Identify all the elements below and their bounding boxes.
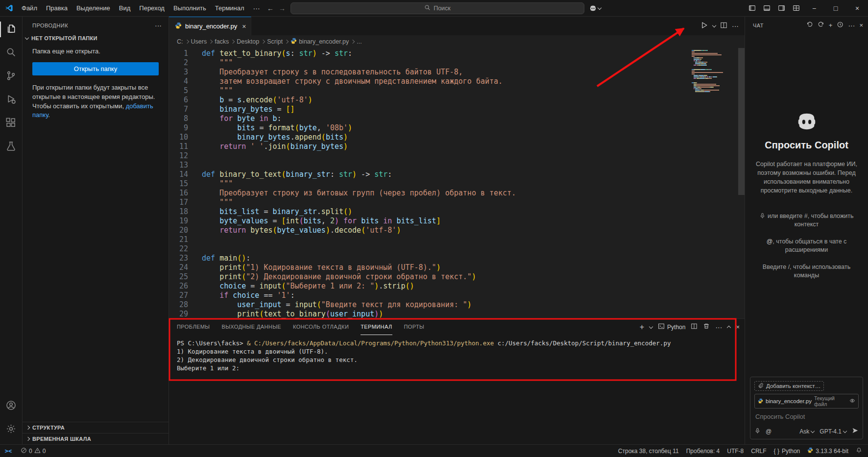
split-terminal-button[interactable] bbox=[691, 323, 698, 331]
toggle-panel-icon[interactable] bbox=[759, 2, 774, 15]
open-folder-button[interactable]: Открыть папку bbox=[32, 62, 159, 75]
terminal-profile-chevron-icon[interactable] bbox=[649, 324, 653, 328]
forward-button[interactable]: → bbox=[279, 4, 286, 12]
breadcrumb-item[interactable]: ... bbox=[357, 38, 362, 45]
menu-item[interactable]: Файл bbox=[17, 2, 42, 14]
outline-section-header[interactable]: СТРУКТУРА bbox=[23, 422, 169, 433]
close-chat-button[interactable]: × bbox=[859, 22, 863, 29]
toggle-primary-sidebar-icon[interactable] bbox=[745, 2, 759, 15]
menu-item[interactable]: Вид bbox=[115, 2, 135, 14]
panel-tab-terminal[interactable]: ТЕРМИНАЛ bbox=[361, 319, 392, 335]
code-line: 23def main(): bbox=[169, 254, 745, 263]
extensions-icon bbox=[6, 118, 16, 129]
activity-testing-button[interactable] bbox=[0, 135, 23, 159]
panel-tab-debug-console[interactable]: КОНСОЛЬ ОТЛАДКИ bbox=[293, 319, 349, 335]
maximize-button[interactable]: □ bbox=[825, 0, 846, 17]
back-button[interactable]: ← bbox=[267, 4, 274, 12]
settings-button[interactable] bbox=[0, 418, 23, 441]
cursor-position[interactable]: Строка 38, столбец 11 bbox=[618, 448, 679, 455]
remote-indicator[interactable]: >< bbox=[0, 445, 17, 457]
activity-search-button[interactable] bbox=[0, 41, 23, 65]
copilot-menu-button[interactable] bbox=[589, 4, 601, 12]
no-folder-section-header[interactable]: НЕТ ОТКРЫТОЙ ПАПКИ bbox=[23, 34, 169, 43]
activity-run-debug-button[interactable] bbox=[0, 88, 23, 112]
context-file-chip[interactable]: binary_encoder.py Текущий файл bbox=[754, 394, 859, 409]
language-status[interactable]: { }Python bbox=[774, 448, 800, 455]
panel-tab-ports[interactable]: ПОРТЫ bbox=[404, 319, 425, 335]
terminal-output[interactable]: PS C:\Users\facks> & C:/Users/facks/AppD… bbox=[169, 335, 745, 372]
close-panel-button[interactable]: × bbox=[736, 323, 740, 331]
eol-status[interactable]: CRLF bbox=[751, 448, 766, 455]
menu-item[interactable]: Выполнить bbox=[169, 2, 211, 14]
customize-layout-icon[interactable] bbox=[789, 2, 803, 15]
split-editor-button[interactable] bbox=[720, 22, 727, 30]
timeline-label: ВРЕМЕННАЯ ШКАЛА bbox=[32, 436, 91, 442]
editor[interactable]: 1def text_to_binary(s: str) -> str:2 """… bbox=[169, 48, 745, 318]
menu-more-button[interactable]: ··· bbox=[249, 2, 265, 14]
breadcrumb-item[interactable]: Script bbox=[267, 38, 283, 45]
close-window-button[interactable]: × bbox=[846, 0, 868, 17]
breadcrumb-item[interactable]: binary_encoder.py bbox=[290, 38, 349, 46]
breadcrumb-item[interactable]: facks bbox=[215, 38, 229, 45]
mic-icon[interactable] bbox=[754, 428, 761, 435]
encoding-status[interactable]: UTF-8 bbox=[727, 448, 744, 455]
breadcrumb-item[interactable]: Users bbox=[191, 38, 207, 45]
breadcrumb-item[interactable]: Desktop bbox=[237, 38, 259, 45]
minimize-button[interactable]: − bbox=[803, 0, 825, 17]
activity-extensions-button[interactable] bbox=[0, 112, 23, 135]
search-box[interactable]: Поиск bbox=[290, 2, 584, 14]
search-icon bbox=[6, 47, 16, 59]
menu-item[interactable]: Выделение bbox=[72, 2, 115, 14]
run-dropdown-chevron-icon[interactable] bbox=[712, 24, 716, 27]
maximize-panel-icon[interactable] bbox=[727, 326, 731, 330]
redo-icon[interactable] bbox=[818, 21, 824, 29]
new-terminal-button[interactable]: + bbox=[640, 323, 644, 331]
chat-input[interactable]: Спросить Copilot bbox=[754, 411, 859, 424]
mention-button[interactable]: @ bbox=[766, 428, 772, 435]
send-button[interactable] bbox=[852, 427, 859, 435]
add-context-button[interactable]: Добавить контекст… bbox=[754, 381, 824, 391]
problems-status[interactable]: 0 0 bbox=[17, 447, 49, 455]
terminal-tab-python[interactable]: Python bbox=[658, 323, 685, 331]
activity-bar-bottom bbox=[0, 394, 23, 441]
python-interpreter-status[interactable]: 3.13.3 64-bit bbox=[807, 447, 848, 455]
history-icon[interactable] bbox=[837, 21, 844, 29]
line-number: 5 bbox=[169, 86, 188, 96]
chevron-right-icon bbox=[285, 40, 289, 44]
menu-item[interactable]: Терминал bbox=[211, 2, 249, 14]
minimap[interactable] bbox=[692, 50, 737, 93]
undo-icon[interactable] bbox=[806, 21, 813, 29]
menu-item[interactable]: Правка bbox=[42, 2, 72, 14]
tab-close-button[interactable]: × bbox=[242, 23, 246, 30]
activity-explorer-button[interactable] bbox=[0, 18, 23, 41]
indentation-status[interactable]: Пробелов: 4 bbox=[686, 448, 720, 455]
notifications-bell-icon[interactable] bbox=[856, 447, 862, 455]
kill-terminal-button[interactable] bbox=[703, 323, 710, 331]
sidebar-more-button[interactable]: ··· bbox=[155, 22, 162, 29]
code-line: 2 """ bbox=[169, 58, 745, 68]
eye-icon[interactable] bbox=[849, 398, 855, 405]
line-number: 29 bbox=[169, 310, 188, 318]
chat-composer[interactable]: Добавить контекст… binary_encoder.py Тек… bbox=[750, 377, 863, 439]
chat-hint: или введите #, чтобы вложить контекст bbox=[755, 212, 859, 229]
minimap-line bbox=[692, 53, 737, 54]
panel-tab-problems[interactable]: ПРОБЛЕМЫ bbox=[177, 319, 210, 335]
chat-more-button[interactable]: ··· bbox=[848, 22, 855, 29]
new-chat-button[interactable]: + bbox=[829, 22, 833, 29]
timeline-section-header[interactable]: ВРЕМЕННАЯ ШКАЛА bbox=[23, 433, 169, 444]
run-button[interactable] bbox=[700, 21, 708, 31]
panel-tab-output[interactable]: ВЫХОДНЫЕ ДАННЫЕ bbox=[221, 319, 281, 335]
menu-item[interactable]: Переход bbox=[135, 2, 169, 14]
toggle-secondary-sidebar-icon[interactable] bbox=[774, 2, 789, 15]
activity-source-control-button[interactable] bbox=[0, 65, 23, 88]
panel-more-button[interactable]: ··· bbox=[715, 323, 722, 331]
mode-dropdown[interactable]: Ask bbox=[799, 428, 814, 435]
editor-scrollbar[interactable] bbox=[738, 48, 745, 195]
editor-more-button[interactable]: ··· bbox=[732, 22, 739, 30]
chevron-right-icon bbox=[209, 40, 213, 44]
breadcrumb-item[interactable]: C: bbox=[177, 38, 183, 45]
model-dropdown[interactable]: GPT-4.1 bbox=[820, 428, 846, 435]
search-placeholder: Поиск bbox=[434, 5, 451, 12]
tab-binary-encoder[interactable]: binary_encoder.py × bbox=[169, 17, 251, 35]
account-button[interactable] bbox=[0, 394, 23, 418]
